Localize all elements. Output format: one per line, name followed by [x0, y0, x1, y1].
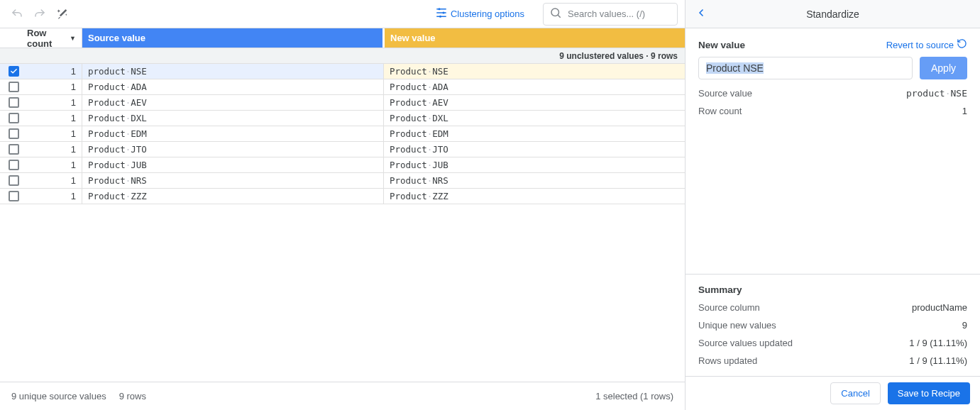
panel-title: Standardize	[686, 9, 980, 20]
revert-icon	[957, 38, 967, 51]
summary-key: Unique new values	[698, 320, 776, 331]
new-value-cell: Product·DXL	[384, 111, 685, 126]
row-checkbox[interactable]	[9, 191, 19, 201]
source-value-cell: Product·JTO	[82, 142, 384, 157]
row-count-key: Row count	[698, 106, 742, 116]
row-checkbox[interactable]	[9, 144, 19, 155]
search-field[interactable]	[543, 3, 678, 26]
column-header-spacer	[0, 28, 27, 48]
row-checkbox[interactable]	[9, 160, 19, 170]
source-value-cell: Product·AEV	[82, 95, 384, 110]
svg-point-3	[551, 9, 559, 16]
save-to-recipe-button[interactable]: Save to Recipe	[888, 382, 970, 404]
table-row[interactable]: 1Product·JTOProduct·JTO	[0, 142, 685, 157]
table-row[interactable]: 1Product·DXLProduct·DXL	[0, 111, 685, 126]
summary-value: 1 / 9 (11.11%)	[909, 355, 967, 366]
summary-value: productName	[912, 302, 967, 313]
row-checkbox[interactable]	[9, 175, 19, 186]
row-checkbox[interactable]	[9, 128, 19, 139]
row-count-cell: 1	[27, 142, 82, 157]
table-row[interactable]: 1Product·EDMProduct·EDM	[0, 126, 685, 142]
row-checkbox[interactable]	[9, 97, 19, 108]
source-value-cell: Product·EDM	[82, 126, 384, 141]
source-value-key: Source value	[698, 88, 752, 99]
row-count-cell: 1	[27, 95, 82, 110]
svg-point-2	[439, 16, 441, 18]
tune-icon	[435, 6, 448, 21]
row-checkbox[interactable]	[9, 113, 19, 123]
row-count-label: Row count	[27, 28, 67, 49]
row-count-cell: 1	[27, 79, 82, 94]
unclustered-status: 9 unclustered values · 9 rows	[0, 48, 685, 64]
search-icon	[549, 6, 566, 21]
table-row[interactable]: 1Product·JUBProduct·JUB	[0, 157, 685, 173]
cancel-button[interactable]: Cancel	[830, 382, 880, 404]
footer-unique-count: 9 unique source values	[11, 391, 106, 401]
summary-key: Source values updated	[698, 338, 793, 348]
new-value-label: New value	[390, 33, 436, 43]
new-value-cell: Product·ZZZ	[384, 189, 685, 204]
revert-to-source-button[interactable]: Revert to source	[886, 38, 967, 51]
footer-selected-count: 1 selected (1 rows)	[595, 391, 673, 401]
row-checkbox[interactable]	[9, 82, 19, 92]
apply-button[interactable]: Apply	[920, 57, 967, 79]
svg-point-0	[438, 8, 440, 10]
source-value-cell: Product·ADA	[82, 79, 384, 94]
row-count-cell: 1	[27, 111, 82, 126]
row-checkbox[interactable]	[9, 66, 19, 77]
source-value-label: Source value	[88, 33, 145, 43]
new-value-cell: Product·JTO	[384, 142, 685, 157]
source-value-cell: Product·ZZZ	[82, 189, 384, 204]
undo-button[interactable]	[7, 4, 27, 24]
new-value-cell: Product·NSE	[384, 64, 685, 79]
clustering-options-label: Clustering options	[451, 9, 524, 19]
source-value-cell: Product·DXL	[82, 111, 384, 126]
source-value-cell: product·NSE	[82, 64, 384, 79]
new-value-cell: Product·NRS	[384, 173, 685, 188]
sort-caret-icon: ▼	[70, 35, 76, 42]
source-value-val: product·NSE	[906, 88, 967, 99]
search-input[interactable]	[566, 8, 671, 20]
row-count-val: 1	[962, 106, 967, 116]
new-value-cell: Product·ADA	[384, 79, 685, 94]
column-header-new-value[interactable]: New value	[385, 28, 685, 48]
row-count-cell: 1	[27, 189, 82, 204]
footer-row-count: 9 rows	[119, 391, 146, 401]
column-header-row-count[interactable]: Row count ▼	[27, 28, 82, 48]
table-row[interactable]: 1Product·NRSProduct·NRS	[0, 173, 685, 189]
row-count-cell: 1	[27, 173, 82, 188]
table-row[interactable]: 1Product·ZZZProduct·ZZZ	[0, 189, 685, 204]
new-value-cell: Product·JUB	[384, 157, 685, 172]
back-button[interactable]	[695, 7, 707, 21]
source-value-cell: Product·NRS	[82, 173, 384, 188]
summary-key: Source column	[698, 302, 760, 313]
clustering-options-button[interactable]: Clustering options	[429, 4, 530, 25]
new-value-cell: Product·AEV	[384, 95, 685, 110]
row-count-cell: 1	[27, 126, 82, 141]
new-value-cell: Product·EDM	[384, 126, 685, 141]
summary-value: 9	[962, 320, 967, 331]
magic-wand-button[interactable]	[53, 4, 72, 24]
revert-label: Revert to source	[886, 40, 954, 50]
redo-button[interactable]	[30, 4, 50, 24]
new-value-input[interactable]: Product NSE	[698, 57, 913, 79]
summary-heading: Summary	[698, 284, 967, 295]
svg-point-1	[442, 12, 444, 14]
column-header-source-value[interactable]: Source value	[82, 28, 385, 48]
summary-value: 1 / 9 (11.11%)	[909, 338, 967, 348]
row-count-cell: 1	[27, 64, 82, 79]
table-row[interactable]: 1Product·AEVProduct·AEV	[0, 95, 685, 111]
row-count-cell: 1	[27, 157, 82, 172]
table-row[interactable]: 1Product·ADAProduct·ADA	[0, 79, 685, 95]
table-row[interactable]: 1product·NSEProduct·NSE	[0, 64, 685, 79]
source-value-cell: Product·JUB	[82, 157, 384, 172]
new-value-heading: New value	[698, 40, 745, 50]
summary-key: Rows updated	[698, 355, 757, 366]
